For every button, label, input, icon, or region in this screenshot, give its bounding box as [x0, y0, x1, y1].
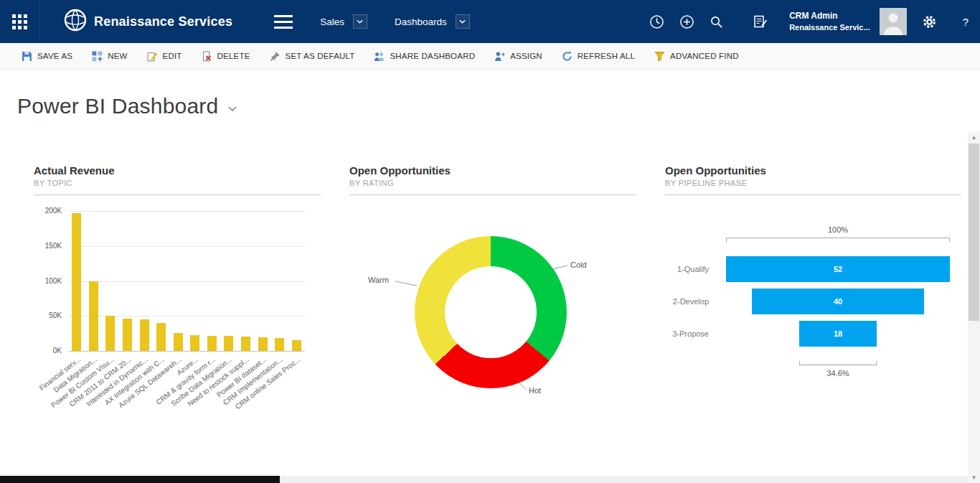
app-launcher-button[interactable]	[0, 0, 40, 43]
command-advanced-find-button[interactable]: ADVANCED FIND	[654, 51, 739, 62]
funnel-bottom-bracket	[799, 361, 877, 365]
gear-icon	[922, 14, 937, 29]
user-menu[interactable]: CRM Admin Renaissance Servic...	[789, 11, 870, 32]
share-dashboard-icon	[374, 51, 385, 62]
funnel-top-percent: 100%	[828, 225, 848, 234]
revenue-bar[interactable]	[123, 319, 132, 351]
donut-label-cold: Cold	[570, 261, 587, 269]
avatar-person-icon	[880, 8, 907, 35]
funnel-top-measure: 100%	[665, 225, 961, 242]
panel-header: Open Opportunities BY PIPELINE PHASE	[665, 164, 961, 195]
chevron-down-icon	[228, 106, 237, 112]
search-icon	[710, 15, 723, 29]
command-save-as-button[interactable]: SAVE AS	[22, 51, 72, 62]
nav-area-label[interactable]: Sales	[320, 17, 344, 27]
panel-actual-revenue: Actual Revenue BY TOPIC 200K150K100K50K0…	[34, 164, 321, 419]
quick-create-button[interactable]	[679, 14, 694, 29]
panel-header: Actual Revenue BY TOPIC	[34, 164, 321, 195]
donut-leader-lines	[349, 204, 636, 419]
panel-open-opportunities-pipeline: Open Opportunities BY PIPELINE PHASE 100…	[665, 164, 961, 419]
horizontal-scrollbar[interactable]	[0, 476, 968, 483]
search-button[interactable]	[710, 15, 723, 29]
user-name: CRM Admin	[789, 11, 870, 22]
clock-icon	[649, 14, 664, 29]
assign-icon	[494, 51, 505, 62]
dashboard-panels: Actual Revenue BY TOPIC 200K150K100K50K0…	[34, 164, 980, 419]
gridline	[68, 316, 305, 316]
panel-subtitle: BY PIPELINE PHASE	[665, 179, 961, 187]
command-delete-button[interactable]: DELETE	[202, 51, 250, 62]
revenue-bar[interactable]	[292, 340, 301, 351]
revenue-bar[interactable]	[105, 316, 115, 351]
command-new-button[interactable]: NEW	[92, 51, 127, 62]
panel-subtitle: BY TOPIC	[34, 179, 321, 187]
revenue-bar[interactable]	[72, 213, 81, 351]
revenue-bar[interactable]	[190, 335, 199, 351]
revenue-bar[interactable]	[241, 337, 250, 351]
nav-area: Sales	[320, 14, 367, 29]
brand-logo[interactable]: Renaissance Services	[63, 8, 232, 35]
funnel-top-bracket	[726, 238, 950, 242]
navbar-right: CRM Admin Renaissance Servic... ?	[634, 8, 980, 35]
clipboard-pencil-icon	[753, 14, 768, 29]
settings-button[interactable]	[922, 14, 937, 29]
y-axis-tick-label: 200K	[45, 207, 62, 215]
vertical-scrollbar[interactable]: ▲ ▼	[968, 131, 980, 483]
scroll-up-arrow[interactable]: ▲	[968, 131, 980, 143]
chevron-down-icon	[459, 19, 466, 24]
funnel-bar[interactable]: 40	[752, 289, 924, 314]
funnel-bar[interactable]: 52	[726, 256, 950, 282]
edit-icon	[147, 51, 158, 62]
funnel-row: 3-Propose18	[665, 321, 961, 347]
command-bar: SAVE ASNEWEDITDELETESET AS DEFAULTSHARE …	[0, 43, 980, 70]
dashboard-title-row: Power BI Dashboard	[17, 94, 980, 118]
funnel-bottom-percent: 34.6%	[826, 369, 849, 378]
nav-area-chevron-button[interactable]	[353, 14, 367, 29]
scroll-down-arrow[interactable]: ▼	[968, 472, 980, 483]
funnel-stage-label: 2-Develop	[665, 297, 726, 306]
dashboard-selector-chevron[interactable]	[228, 100, 237, 112]
funnel-chart: 100% 1-Qualify522-Develop403-Propose18 3…	[665, 225, 961, 378]
y-axis-tick-label: 150K	[45, 242, 62, 250]
command-share-dashboard-button[interactable]: SHARE DASHBOARD	[374, 51, 475, 62]
horizontal-scrollbar-thumb[interactable]	[0, 476, 280, 483]
revenue-bar[interactable]	[174, 333, 183, 351]
revenue-bar[interactable]	[275, 338, 284, 351]
donut-label-warm: Warm	[368, 276, 389, 284]
help-button[interactable]: ?	[963, 16, 969, 28]
nav-section-chevron-button[interactable]	[456, 14, 470, 29]
command-refresh-all-button[interactable]: REFRESH ALL	[562, 51, 635, 62]
y-axis-tick-label: 50K	[49, 311, 62, 319]
command-assign-button[interactable]: ASSIGN	[494, 51, 542, 62]
funnel-bar[interactable]: 18	[799, 321, 877, 347]
sitemap-menu-button[interactable]	[274, 15, 293, 29]
command-edit-button[interactable]: EDIT	[147, 51, 182, 62]
delete-icon	[202, 51, 212, 62]
notes-button[interactable]	[753, 14, 768, 29]
revenue-bar[interactable]	[224, 336, 233, 351]
gridline	[68, 246, 305, 247]
revenue-bar[interactable]	[140, 319, 149, 351]
funnel-stage-label: 1-Qualify	[665, 265, 726, 273]
gridline	[68, 211, 305, 212]
user-avatar[interactable]	[880, 8, 907, 35]
panel-open-opportunities-rating: Open Opportunities BY RATING Warm Cold H…	[349, 164, 636, 419]
top-navbar: Renaissance Services Sales Dashboards CR…	[0, 0, 980, 43]
revenue-bar[interactable]	[89, 281, 98, 352]
funnel-rows: 1-Qualify522-Develop403-Propose18	[665, 256, 961, 347]
revenue-bar[interactable]	[258, 337, 268, 352]
panel-header: Open Opportunities BY RATING	[349, 164, 636, 195]
revenue-bar[interactable]	[207, 336, 217, 351]
set-as-default-icon	[270, 51, 281, 62]
recently-viewed-button[interactable]	[649, 14, 664, 29]
panel-subtitle: BY RATING	[349, 179, 636, 187]
nav-section-label[interactable]: Dashboards	[395, 17, 447, 27]
panel-title: Actual Revenue	[34, 164, 321, 177]
funnel-bar-wrap: 40	[726, 289, 950, 314]
waffle-icon	[12, 14, 27, 29]
command-set-as-default-button[interactable]: SET AS DEFAULT	[270, 51, 355, 62]
vertical-scrollbar-thumb[interactable]	[969, 144, 979, 321]
funnel-stage-label: 3-Propose	[665, 329, 726, 338]
chevron-down-icon	[357, 19, 363, 24]
revenue-bar[interactable]	[156, 323, 166, 351]
